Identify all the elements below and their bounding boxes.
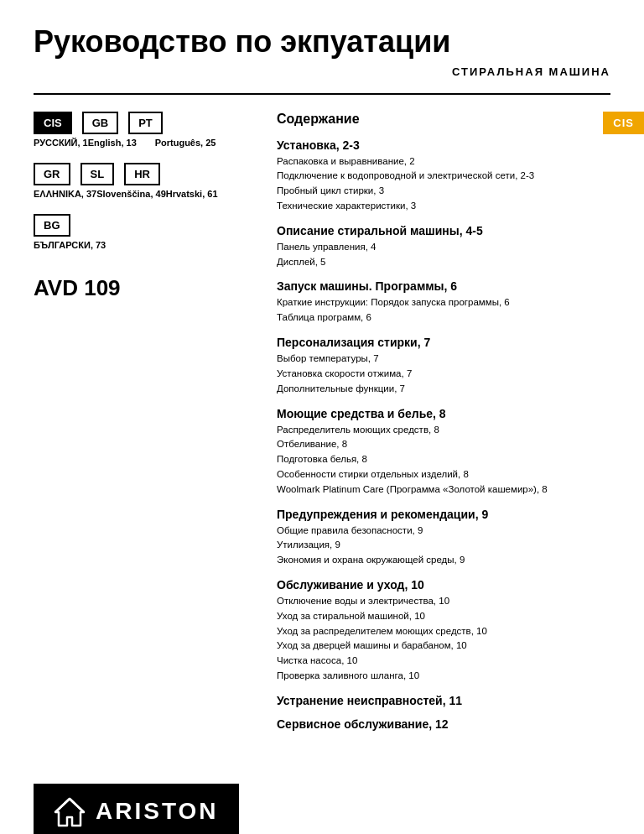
lang-box-cis[interactable]: CIS [34, 112, 72, 134]
lang-name-bg: БЪЛГАРСКИ, 73 [34, 240, 106, 250]
main-title: Руководство по экпуатации [34, 25, 610, 59]
svg-marker-0 [55, 799, 84, 826]
cis-badge: CIS [603, 112, 644, 134]
header-divider [34, 93, 610, 95]
section-heading-4: Персонализация стирки, 7 [277, 336, 610, 349]
lang-name-pt: Português, 25 [155, 138, 222, 148]
lang-group-1: CIS GB PT [34, 112, 252, 134]
section-heading-8: Устранение неисправностей, 11 [277, 694, 610, 707]
header: Руководство по экпуатации СТИРАЛЬНАЯ МАШ… [34, 0, 610, 86]
section-heading-9: Сервисное обслуживание, 12 [277, 717, 610, 731]
lang-group-3: BG [34, 214, 252, 237]
lang-names-row-2: ΕΛΛΗΝΙΚΑ, 37 Slovenščina, 49 Hrvatski, 6… [34, 189, 252, 199]
section-items-3: Краткие инструкции: Порядок запуска прог… [277, 295, 610, 326]
lang-name-sl: Slovenščina, 49 [96, 189, 166, 199]
logo-area: ARISTON [34, 784, 610, 834]
lang-group-2: GR SL HR [34, 163, 252, 185]
section-heading-5: Моющие средства и белье, 8 [277, 407, 610, 420]
section-items-7: Отключение воды и электричества, 10 Уход… [277, 594, 610, 684]
lang-names-row-1: РУССКИЙ, 1 English, 13 Português, 25 [34, 138, 252, 148]
lang-box-pt[interactable]: PT [128, 112, 163, 134]
lang-name-gr: ΕΛΛΗΝΙΚΑ, 37 [34, 189, 96, 199]
section-heading-6: Предупреждения и рекомендации, 9 [277, 508, 610, 521]
house-icon [54, 795, 86, 827]
section-items-5: Распределитель моющих средств, 8 Отбелив… [277, 423, 610, 498]
lang-box-sl[interactable]: SL [80, 163, 115, 185]
lang-box-hr[interactable]: HR [124, 163, 160, 185]
section-heading-7: Обслуживание и уход, 10 [277, 578, 610, 592]
lang-box-bg[interactable]: BG [34, 214, 70, 237]
main-layout: CIS GB PT РУССКИЙ, 1 English, 13 Portugu… [34, 112, 610, 733]
section-items-2: Панель управления, 4 Дисплей, 5 [277, 240, 610, 270]
left-panel: CIS GB PT РУССКИЙ, 1 English, 13 Portugu… [34, 112, 252, 733]
section-heading-2: Описание стиральной машины, 4-5 [277, 224, 610, 237]
contents-title: Содержание [277, 112, 610, 127]
section-items-1: Распаковка и выравнивание, 2 Подключение… [277, 154, 610, 214]
ariston-logo: ARISTON [34, 784, 239, 834]
section-items-6: Общие правила безопасности, 9 Утилизация… [277, 524, 610, 568]
brand-name: ARISTON [96, 798, 219, 825]
lang-name-cis: РУССКИЙ, 1 [34, 138, 88, 148]
subtitle: СТИРАЛЬНАЯ МАШИНА [34, 65, 610, 78]
section-items-4: Выбор температуры, 7 Установка скорости … [277, 352, 610, 396]
lang-box-gr[interactable]: GR [34, 163, 70, 185]
lang-box-gb[interactable]: GB [82, 112, 119, 134]
right-panel: CIS Содержание Установка, 2-3 Распаковка… [277, 112, 610, 733]
lang-name-gb: English, 13 [88, 138, 155, 148]
lang-names-row-3: БЪЛГАРСКИ, 73 [34, 240, 252, 250]
lang-name-hr: Hrvatski, 61 [166, 189, 233, 199]
section-heading-3: Запуск машины. Программы, 6 [277, 279, 610, 293]
section-heading-1: Установка, 2-3 [277, 138, 610, 152]
avd-label: AVD 109 [34, 275, 252, 301]
